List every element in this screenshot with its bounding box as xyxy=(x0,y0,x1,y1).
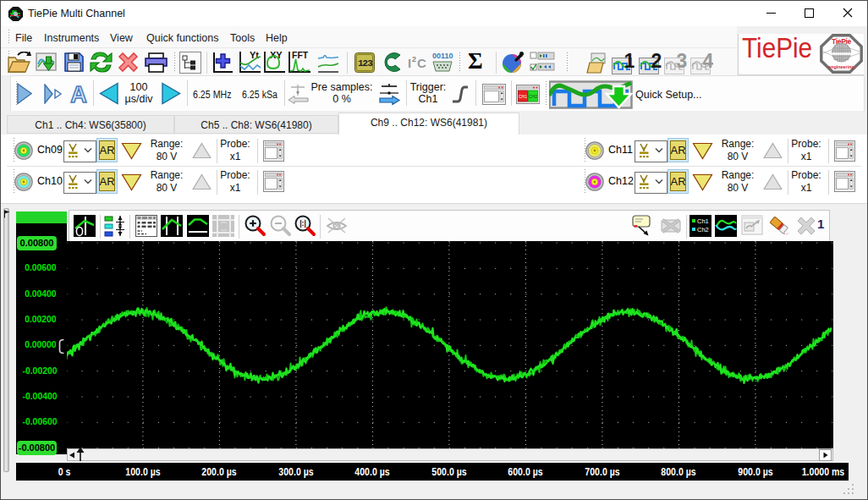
svg-text:engineering: engineering xyxy=(828,64,854,69)
svg-text:2: 2 xyxy=(651,50,662,72)
svg-text:123: 123 xyxy=(358,58,373,69)
svg-text:1: 1 xyxy=(624,50,635,72)
svg-text:Ch2: Ch2 xyxy=(697,226,709,234)
svg-text:2: 2 xyxy=(412,55,416,63)
svg-text:XY: XY xyxy=(270,50,283,60)
svg-text:Yt: Yt xyxy=(250,50,259,60)
svg-text:C: C xyxy=(417,56,426,70)
svg-text:I: I xyxy=(408,56,411,70)
svg-text:00110: 00110 xyxy=(432,52,453,60)
svg-text:|:|: |:| xyxy=(299,219,306,228)
svg-text:A: A xyxy=(70,82,87,105)
svg-text:4: 4 xyxy=(703,50,713,72)
svg-text:CH2: CH2 xyxy=(529,94,537,99)
svg-text:Ch1: Ch1 xyxy=(697,217,709,225)
svg-text:3: 3 xyxy=(677,50,687,72)
svg-text:FFT: FFT xyxy=(292,50,309,60)
svg-text:CH1: CH1 xyxy=(519,94,527,99)
